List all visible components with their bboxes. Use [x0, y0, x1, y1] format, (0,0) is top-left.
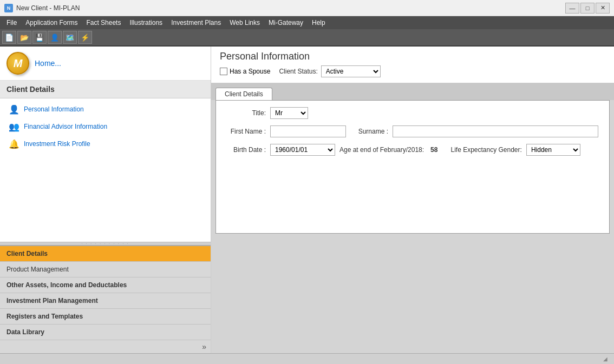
- nav-personal-information[interactable]: 👤 Personal Information: [0, 101, 211, 118]
- financial-advisor-icon: 👥: [9, 121, 19, 132]
- bottom-nav-client-details[interactable]: Client Details: [0, 246, 211, 262]
- nav-financial-advisor-label: Financial Advisor Information: [24, 123, 107, 130]
- minimize-button[interactable]: —: [565, 3, 579, 14]
- title-bar-controls: — □ ✕: [565, 3, 610, 14]
- age-value: 58: [430, 146, 437, 154]
- nav-investment-risk-label: Investment Risk Profile: [24, 140, 90, 148]
- toolbar-map-button[interactable]: 🗺️: [63, 31, 77, 44]
- life-expectancy-label: Life Expectancy Gender:: [450, 146, 521, 154]
- nav-investment-risk[interactable]: 🔔 Investment Risk Profile: [0, 135, 211, 153]
- title-select[interactable]: Mr Mrs Ms Dr Prof: [270, 107, 308, 119]
- client-status-label: Client Status:: [279, 68, 317, 75]
- form-row-name: First Name : Surname :: [223, 125, 603, 137]
- toolbar-new-button[interactable]: 📄: [2, 31, 16, 44]
- menu-fact-sheets[interactable]: Fact Sheets: [82, 16, 125, 29]
- title-bar: N New Client - MI-PLAN — □ ✕: [0, 0, 614, 16]
- app-icon: N: [4, 4, 13, 12]
- surname-input[interactable]: [393, 125, 598, 137]
- first-name-input[interactable]: [270, 125, 346, 137]
- menu-bar: File Application Forms Fact Sheets Illus…: [0, 16, 614, 29]
- close-button[interactable]: ✕: [596, 3, 610, 14]
- age-at-end-label: Age at end of February/2018:: [339, 146, 424, 154]
- personal-info-icon: 👤: [9, 104, 19, 115]
- page-title: Personal Information: [220, 51, 605, 62]
- toolbar-action-button[interactable]: ⚡: [78, 31, 92, 44]
- tab-container: Client Details: [211, 83, 614, 100]
- menu-web-links[interactable]: Web Links: [225, 16, 264, 29]
- title-bar-left: N New Client - MI-PLAN: [4, 4, 80, 12]
- menu-mi-gateway[interactable]: Mi-Gateway: [264, 16, 308, 29]
- life-expectancy-select[interactable]: Hidden Male Female: [526, 144, 580, 156]
- investment-risk-icon: 🔔: [9, 138, 19, 149]
- toolbar-open-button[interactable]: 📂: [17, 31, 31, 44]
- content-header: Personal Information Has a Spouse Client…: [211, 47, 614, 83]
- scroll-down-arrow[interactable]: »: [0, 340, 211, 353]
- content-controls: Has a Spouse Client Status: Active Inact…: [220, 65, 605, 81]
- home-area: M Home...: [0, 47, 211, 81]
- client-status-select[interactable]: Active Inactive Prospect Deceased: [321, 65, 381, 77]
- title-label: Title:: [223, 109, 266, 117]
- sidebar: M Home... Client Details 👤 Personal Info…: [0, 47, 211, 353]
- has-spouse-checkbox[interactable]: [220, 68, 227, 75]
- birth-date-select[interactable]: 1960/01/01: [270, 144, 335, 156]
- status-bar: ◢: [0, 353, 614, 364]
- client-details-section-header: Client Details: [0, 81, 211, 98]
- main-layout: M Home... Client Details 👤 Personal Info…: [0, 47, 614, 353]
- birth-date-label: Birth Date :: [223, 146, 266, 154]
- toolbar: 📄 📂 💾 👤 🗺️ ⚡: [0, 29, 614, 47]
- bottom-nav-registers[interactable]: Registers and Templates: [0, 309, 211, 325]
- menu-illustrations[interactable]: Illustrations: [125, 16, 167, 29]
- bottom-nav-other-assets[interactable]: Other Assets, Income and Deductables: [0, 277, 211, 293]
- menu-help[interactable]: Help: [308, 16, 330, 29]
- has-spouse-area: Has a Spouse: [220, 68, 270, 75]
- toolbar-save-button[interactable]: 💾: [32, 31, 47, 44]
- menu-application-forms[interactable]: Application Forms: [21, 16, 82, 29]
- nav-personal-information-label: Personal Information: [24, 105, 84, 113]
- menu-investment-plans[interactable]: Investment Plans: [167, 16, 225, 29]
- home-link[interactable]: Home...: [35, 59, 61, 68]
- content-spacer: [211, 234, 614, 353]
- mi-logo: M: [6, 52, 29, 75]
- has-spouse-label: Has a Spouse: [230, 68, 270, 75]
- form-row-title: Title: Mr Mrs Ms Dr Prof: [223, 107, 603, 119]
- window-title: New Client - MI-PLAN: [16, 4, 80, 12]
- content-area: Personal Information Has a Spouse Client…: [211, 47, 614, 353]
- maximize-button[interactable]: □: [580, 3, 595, 14]
- bottom-nav-data-library[interactable]: Data Library: [0, 325, 211, 340]
- nav-items: 👤 Personal Information 👥 Financial Advis…: [0, 98, 211, 155]
- menu-file[interactable]: File: [2, 16, 21, 29]
- resize-handle: ◢: [603, 356, 610, 362]
- surname-label: Surname :: [350, 128, 388, 135]
- form-area: Title: Mr Mrs Ms Dr Prof First Name : Su…: [215, 100, 610, 234]
- client-status-area: Client Status: Active Inactive Prospect …: [279, 65, 380, 77]
- sidebar-top: M Home... Client Details 👤 Personal Info…: [0, 47, 211, 242]
- bottom-nav: Client Details Product Management Other …: [0, 245, 211, 353]
- bottom-nav-investment-plan[interactable]: Investment Plan Management: [0, 293, 211, 309]
- toolbar-user-button[interactable]: 👤: [48, 31, 62, 44]
- tab-client-details[interactable]: Client Details: [215, 88, 272, 100]
- form-row-birthdate: Birth Date : 1960/01/01 Age at end of Fe…: [223, 144, 603, 156]
- first-name-label: First Name :: [223, 128, 266, 135]
- nav-financial-advisor[interactable]: 👥 Financial Advisor Information: [0, 118, 211, 135]
- bottom-nav-product-management[interactable]: Product Management: [0, 262, 211, 277]
